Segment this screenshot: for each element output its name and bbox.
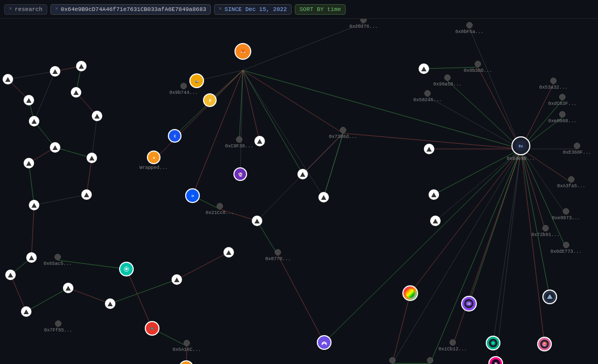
node-label-addr_99a5: 0x99a58... xyxy=(433,82,462,87)
node-rainbow[interactable] xyxy=(402,285,418,301)
node-addr_5024[interactable]: 0x50246... xyxy=(413,90,442,103)
node-polygon_id[interactable]: ID xyxy=(461,296,477,312)
node-coinbase[interactable]: C xyxy=(168,129,181,143)
node-tri21[interactable] xyxy=(26,252,37,263)
node-tri10[interactable] xyxy=(87,153,97,163)
node-tri18[interactable] xyxy=(172,274,182,285)
node-tri4[interactable] xyxy=(76,61,87,71)
node-addr_53a3[interactable]: 0x53a32... xyxy=(539,78,568,90)
node-tri25[interactable] xyxy=(424,144,434,154)
node-mario[interactable]: 🎮 xyxy=(145,321,159,336)
node-tri8[interactable] xyxy=(50,142,60,153)
svg-line-51 xyxy=(29,163,34,205)
node-label-addr_9b74: 0x9b744... xyxy=(169,90,198,95)
node-addr_9b3b[interactable]: 0x9b3bD... xyxy=(464,61,492,73)
node-addr_xdc83[interactable]: 0xdC83F... xyxy=(548,94,576,106)
node-tri13[interactable] xyxy=(254,136,265,146)
filter-since[interactable]: × SINCE Dec 15, 2022 xyxy=(214,4,292,15)
sort-label: SORT BY time xyxy=(300,6,341,13)
node-null_addr[interactable]: Null Ad... xyxy=(378,357,407,364)
node-tri23[interactable] xyxy=(21,306,31,317)
node-tri9[interactable] xyxy=(24,158,34,168)
node-addr_7386[interactable]: 0x7386d... xyxy=(329,127,357,140)
node-addr_1cb12[interactable]: 0x1Cb12... xyxy=(439,339,467,352)
node-tri22[interactable] xyxy=(5,270,16,280)
tab-research[interactable]: × research xyxy=(4,4,47,15)
node-addr_72b91[interactable]: 0x72b91... xyxy=(531,225,560,238)
svg-line-58 xyxy=(68,288,110,304)
graph-canvas[interactable]: 🦊0x0x64e9B...0x7386d...0xC0F38...🦡BCWWra… xyxy=(0,19,598,364)
node-tri12[interactable] xyxy=(81,189,92,200)
node-arb_nova[interactable] xyxy=(542,290,557,304)
svg-line-9 xyxy=(243,70,260,141)
close-icon[interactable]: × xyxy=(55,6,58,12)
node-addr_65ac[interactable]: 0x65ac5... xyxy=(44,254,72,266)
node-tri3[interactable] xyxy=(50,66,60,77)
node-tri16[interactable] xyxy=(252,216,262,226)
node-label-addr_9b3b: 0x9b3bD... xyxy=(464,68,492,73)
close-icon[interactable]: × xyxy=(9,6,12,12)
node-draken[interactable] xyxy=(119,262,134,276)
node-ghost[interactable]: 👻 xyxy=(233,167,247,181)
node-label-addr_a3fa5: 0xA3fa5... xyxy=(557,184,585,189)
node-bnb[interactable]: B xyxy=(203,93,217,107)
node-bitcoin[interactable]: ₿ xyxy=(179,360,194,364)
svg-line-8 xyxy=(243,23,364,70)
node-wrapped[interactable]: WWrapped... xyxy=(140,151,168,170)
node-addr_0770[interactable]: 0x0770... xyxy=(265,249,291,262)
node-label-addr_53a3: 0x53a32... xyxy=(539,85,568,90)
node-addr_99a5[interactable]: 0x99a58... xyxy=(433,74,462,87)
node-yearn[interactable]: ⟳ xyxy=(185,188,200,203)
node-addr_a3fa5[interactable]: 0xA3fa5... xyxy=(557,176,585,189)
node-label-addr_0b8f5: 0x0bF5a... xyxy=(455,29,484,35)
svg-line-57 xyxy=(110,280,177,304)
node-tri11[interactable] xyxy=(29,200,39,210)
svg-line-73 xyxy=(34,195,87,205)
svg-line-13 xyxy=(410,149,521,293)
node-tri7[interactable] xyxy=(92,111,102,121)
svg-line-56 xyxy=(177,252,229,280)
node-addr_6e14[interactable]: 0x6e14f... xyxy=(416,357,444,364)
node-tri15[interactable] xyxy=(318,192,329,202)
node-addr_21c0[interactable]: 0x21Cc0... xyxy=(206,203,234,216)
svg-text:0x: 0x xyxy=(519,145,524,149)
node-addr_0b8f5[interactable]: 0x0bF5a... xyxy=(455,22,484,35)
node-tri20[interactable] xyxy=(63,283,73,293)
node-addr_c0f38[interactable]: 0xC0F38... xyxy=(225,136,253,149)
node-addr_9b74[interactable]: 0x9b744... xyxy=(169,83,198,95)
node-main_addr[interactable]: 0x0x64e9B... xyxy=(507,136,535,162)
node-addr_0de773[interactable]: 0x0dE773... xyxy=(550,242,581,254)
svg-text:B: B xyxy=(209,99,211,103)
node-label-addr_e0973: 0xe0973... xyxy=(552,216,580,221)
node-addr_e0973[interactable]: 0xe0973... xyxy=(552,208,580,221)
node-addr_e360[interactable]: 0xE360F... xyxy=(563,143,591,155)
node-tri19[interactable] xyxy=(105,298,115,309)
svg-text:ID: ID xyxy=(467,303,471,306)
svg-line-19 xyxy=(453,149,521,346)
node-metamask[interactable]: 🦊 xyxy=(234,43,251,60)
svg-line-71 xyxy=(34,71,55,121)
close-icon[interactable]: × xyxy=(219,6,222,12)
node-label-addr_7f85: 0x7Ff85... xyxy=(44,328,72,333)
node-tri26[interactable] xyxy=(429,189,439,200)
node-addr_5a16[interactable]: 0x5A16C... xyxy=(173,340,201,352)
node-tri2[interactable] xyxy=(24,95,34,105)
node-tri17[interactable] xyxy=(223,247,234,258)
node-nomad[interactable] xyxy=(317,335,332,350)
node-unicorn[interactable]: 🦄 xyxy=(488,356,503,364)
node-tri27[interactable] xyxy=(430,216,441,226)
filter-sort[interactable]: SORT BY time xyxy=(295,4,346,15)
node-addr_e0068[interactable]: 0xe0068... xyxy=(548,111,576,124)
node-sushi[interactable]: 🍣 xyxy=(537,337,552,351)
node-tri5[interactable] xyxy=(71,87,81,98)
tab-addr1[interactable]: × 0x64e9B9cD74A46f71e7631CB033afA6E7849a… xyxy=(50,4,211,15)
svg-line-33 xyxy=(469,28,521,149)
node-addr_7f85[interactable]: 0x7Ff85... xyxy=(44,320,72,333)
node-grain[interactable] xyxy=(486,336,500,350)
node-tri24[interactable] xyxy=(419,63,429,74)
node-tri6[interactable] xyxy=(29,116,39,126)
node-tri14[interactable] xyxy=(297,169,308,179)
svg-text:🦊: 🦊 xyxy=(240,48,246,54)
tab-label: 0x64e9B9cD74A46f71e7631CB033afA6E7849a86… xyxy=(61,6,206,13)
node-tri1[interactable] xyxy=(3,74,13,84)
